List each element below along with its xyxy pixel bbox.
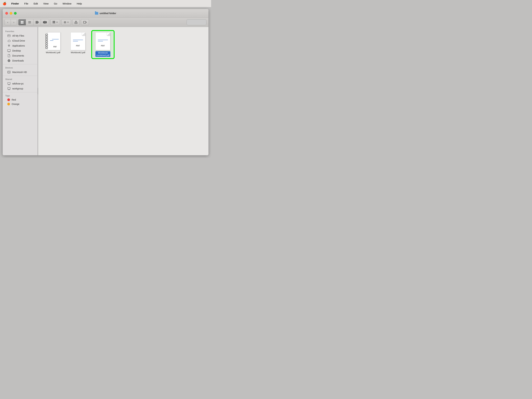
downloads-label: Downloads xyxy=(12,59,24,62)
tags-header: Tags xyxy=(3,93,38,98)
menu-finder[interactable]: Finder xyxy=(10,2,20,5)
coverflow-view-button[interactable] xyxy=(41,19,49,25)
menu-window[interactable]: Window xyxy=(62,2,72,5)
gear-icon xyxy=(63,21,66,24)
coverflow-icon xyxy=(43,21,47,24)
toolbar: ‹ › xyxy=(3,18,209,27)
menu-edit[interactable]: Edit xyxy=(32,2,39,5)
macintosh-hd-label: Macintosh HD xyxy=(12,71,27,74)
devices-header: Devices xyxy=(3,65,38,70)
menu-go[interactable]: Go xyxy=(53,2,58,5)
svg-rect-6 xyxy=(28,23,31,23)
sidebar-item-macintosh-hd[interactable]: Macintosh HD xyxy=(3,70,38,75)
svg-rect-12 xyxy=(45,21,47,23)
sidebar: Favorites All My Files iCloud xyxy=(3,27,38,155)
sidebar-item-wikihow-pc[interactable]: wikihow-pc xyxy=(3,81,38,86)
svg-rect-0 xyxy=(21,21,22,22)
menu-file[interactable]: File xyxy=(23,2,29,5)
divider-3 xyxy=(3,92,38,92)
sidebar-item-applications[interactable]: Applications xyxy=(3,43,38,48)
svg-rect-7 xyxy=(36,21,37,24)
tag-button[interactable] xyxy=(81,19,89,25)
main-content: Favorites All My Files iCloud xyxy=(3,27,209,155)
back-button[interactable]: ‹ xyxy=(5,19,11,25)
all-files-icon xyxy=(7,34,11,38)
svg-rect-8 xyxy=(37,21,38,24)
orange-tag-dot xyxy=(7,103,10,105)
sidebar-item-documents[interactable]: Documents xyxy=(3,53,38,58)
close-button[interactable] xyxy=(5,12,8,15)
computer-icon-2 xyxy=(7,87,11,90)
favorites-header: Favorites xyxy=(3,29,38,33)
sidebar-item-workgroup[interactable]: workgroup xyxy=(3,86,38,91)
traffic-lights xyxy=(5,12,17,15)
action-button[interactable]: ▼ xyxy=(61,19,71,25)
divider-1 xyxy=(3,64,38,64)
group-button[interactable]: ▼ xyxy=(50,19,60,25)
workbook-combined-icon: PDF xyxy=(95,32,110,50)
svg-rect-38 xyxy=(8,88,10,89)
workbook1-icon: PDF xyxy=(45,32,61,50)
svg-rect-16 xyxy=(54,22,55,23)
computer-icon-1 xyxy=(7,82,11,85)
file-workbook2[interactable]: PDF Workbook2.pdf xyxy=(67,31,89,58)
sidebar-item-desktop[interactable]: Desktop xyxy=(3,48,38,53)
red-tag-label: Red xyxy=(12,98,16,101)
workbook2-icon: PDF xyxy=(70,32,85,50)
grid-icon xyxy=(20,21,24,24)
workbook1-label: Workbook1.pdf xyxy=(46,51,60,54)
search-box[interactable] xyxy=(187,19,207,25)
chevron-down-icon-2: ▼ xyxy=(67,21,69,23)
menu-bar: 🍎 Finder File Edit View Go Window Help xyxy=(0,0,211,7)
maximize-button[interactable] xyxy=(14,12,17,15)
svg-rect-10 xyxy=(43,21,44,23)
title-bar: untitled folder xyxy=(3,9,209,18)
icloud-icon xyxy=(7,39,11,42)
svg-rect-11 xyxy=(44,21,45,24)
svg-rect-4 xyxy=(28,21,31,22)
documents-icon xyxy=(7,54,11,57)
menu-view[interactable]: View xyxy=(42,2,50,5)
svg-rect-5 xyxy=(28,22,31,22)
applications-icon xyxy=(7,44,11,47)
icon-view-button[interactable] xyxy=(19,19,26,25)
file-workbook1[interactable]: PDF Workbook1.pdf xyxy=(42,31,64,58)
red-tag-dot xyxy=(7,98,10,101)
apple-logo-icon[interactable]: 🍎 xyxy=(3,2,6,6)
sidebar-resize-handle[interactable] xyxy=(38,27,38,155)
forward-button[interactable]: › xyxy=(11,19,17,25)
downloads-icon xyxy=(7,59,11,62)
view-buttons xyxy=(18,19,49,25)
svg-rect-1 xyxy=(22,21,23,22)
window-title-text: untitled folder xyxy=(100,12,116,15)
list-icon xyxy=(28,21,31,24)
sidebar-item-downloads[interactable]: Downloads xyxy=(3,58,38,63)
list-view-button[interactable] xyxy=(26,19,33,25)
svg-point-33 xyxy=(10,72,10,72)
svg-rect-21 xyxy=(8,35,10,37)
icloud-label: iCloud Drive xyxy=(12,39,25,42)
svg-rect-2 xyxy=(21,22,22,24)
documents-label: Documents xyxy=(12,54,24,57)
finder-window: untitled folder ‹ › xyxy=(3,9,209,155)
svg-point-24 xyxy=(9,45,9,46)
svg-rect-13 xyxy=(53,21,54,22)
sidebar-item-tag-red[interactable]: Red xyxy=(3,98,38,102)
column-view-button[interactable] xyxy=(33,19,41,25)
share-button[interactable] xyxy=(72,19,80,25)
file-workbook-combined[interactable]: PDF Workbookcombined.pdf xyxy=(92,31,114,58)
file-area: PDF Workbook1.pdf xyxy=(38,27,209,155)
sidebar-item-tag-orange[interactable]: Orange xyxy=(3,102,38,106)
tag-icon xyxy=(83,21,87,24)
shared-header: Shared xyxy=(3,77,38,81)
svg-rect-9 xyxy=(38,21,38,23)
minimize-button[interactable] xyxy=(10,12,12,15)
applications-label: Applications xyxy=(12,44,25,47)
desktop-label: Desktop xyxy=(12,49,21,52)
menu-help[interactable]: Help xyxy=(76,2,83,5)
svg-rect-3 xyxy=(22,22,23,24)
sidebar-item-all-my-files[interactable]: All My Files xyxy=(3,33,38,38)
hd-icon xyxy=(7,70,11,74)
svg-rect-32 xyxy=(8,71,9,73)
sidebar-item-icloud-drive[interactable]: iCloud Drive xyxy=(3,38,38,43)
